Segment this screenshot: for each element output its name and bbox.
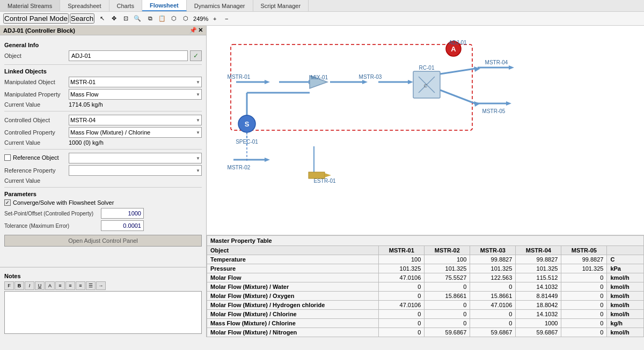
table-row: Molar Flow47.010675.5527122.563115.5120k… (207, 273, 644, 282)
col-mstr05: MSTR-05 (561, 246, 607, 255)
svg-text:ADJ-01: ADJ-01 (449, 40, 467, 46)
row-label: Temperature (207, 255, 379, 264)
cell-value: 15.8661 (470, 292, 516, 301)
ctrl-obj-select[interactable]: MSTR-04 ▼ (69, 115, 202, 125)
ref-obj-select[interactable]: ▼ (69, 153, 202, 163)
cell-value: 0 (425, 310, 470, 319)
tab-flowsheet[interactable]: Flowsheet (142, 0, 187, 11)
pan-icon[interactable]: ✥ (108, 13, 119, 24)
close-icon[interactable]: ✕ (198, 27, 203, 34)
cell-value: 0 (425, 301, 470, 310)
notes-bold-btn[interactable]: B (14, 281, 24, 290)
cell-value: 99.8827 (561, 255, 607, 264)
panel-titlebar: ADJ-01 (Controller Block) 📌 ✕ (0, 26, 206, 35)
svg-marker-6 (408, 80, 413, 84)
notes-list-btn[interactable]: ☰ (86, 281, 96, 290)
cell-value: 0 (379, 282, 425, 292)
notes-align-right-btn[interactable]: ≡ (76, 281, 85, 290)
tab-charts[interactable]: Charts (109, 0, 142, 11)
notes-indent-btn[interactable]: → (96, 281, 106, 290)
flowsheet-canvas[interactable]: C A S MSTR-01 (207, 26, 644, 235)
notes-font-btn[interactable]: F (4, 281, 14, 290)
notes-section: Notes F B I U A ≡ ≡ ≡ ☰ → (0, 267, 206, 337)
notes-italic-btn[interactable]: I (25, 281, 34, 290)
ref-obj-row: Reference Object ▼ (4, 153, 202, 163)
open-adjust-btn[interactable]: Open Adjust Control Panel (4, 235, 202, 247)
object-check-btn[interactable]: ✓ (190, 50, 202, 61)
manip-prop-label: Manipulated Property (4, 91, 69, 98)
left-panel: ADJ-01 (Controller Block) 📌 ✕ General In… (0, 26, 207, 337)
cell-value: 101.325 (379, 264, 425, 273)
manip-obj-select[interactable]: MSTR-01 ▼ (69, 77, 202, 87)
ctrl-obj-value: MSTR-04 (70, 117, 195, 123)
paste-icon[interactable]: 📋 (157, 13, 167, 24)
current-val-manip-label: Current Value (4, 101, 69, 108)
object-input[interactable] (69, 50, 188, 61)
col-unit (607, 246, 644, 255)
parameters-header: Parameters (4, 191, 202, 197)
cell-value: 101.325 (425, 264, 470, 273)
cell-unit: kmol/h (607, 301, 644, 310)
search-btn[interactable]: Search (70, 13, 94, 24)
row-label: Pressure (207, 264, 379, 273)
notes-textarea[interactable] (4, 291, 202, 334)
align-left-icon[interactable]: ⬡ (169, 13, 179, 24)
setpoint-input[interactable] (101, 208, 144, 219)
select-icon[interactable]: ↖ (97, 13, 107, 24)
cell-value: 14.1032 (516, 282, 561, 292)
ctrl-prop-value: Mass Flow (Mixture) / Chlorine (70, 129, 195, 136)
ctrl-prop-row: Controlled Property Mass Flow (Mixture) … (4, 127, 202, 138)
notes-align-center-btn[interactable]: ≡ (65, 281, 75, 290)
notes-align-left-btn[interactable]: ≡ (55, 281, 65, 290)
cell-value: 0 (470, 282, 516, 292)
zoom-fit-icon[interactable]: ⊡ (120, 13, 131, 24)
manip-prop-select[interactable]: Mass Flow ▼ (69, 89, 202, 100)
cell-value: 0 (561, 310, 607, 319)
align-right-icon[interactable]: ⬡ (180, 13, 191, 24)
control-panel-mode-btn[interactable]: Control Panel Mode (3, 13, 69, 24)
cell-value: 59.6867 (470, 328, 516, 337)
zoom-area-icon[interactable]: 🔍 (132, 13, 143, 24)
ctrl-prop-label: Controlled Property (4, 129, 69, 136)
zoom-in-icon[interactable]: + (209, 13, 220, 24)
tab-material-streams[interactable]: Material Streams (0, 0, 60, 11)
right-panel: C A S MSTR-01 (207, 26, 644, 337)
cell-value: 47.0106 (379, 273, 425, 282)
notes-color-btn[interactable]: A (45, 281, 55, 290)
table-row: Molar Flow (Mixture) / Water00014.10320k… (207, 282, 644, 292)
current-val-manip-value: 1714.05 kg/h (69, 101, 202, 108)
tolerance-row: Tolerance (Maximum Error) (4, 220, 202, 231)
cell-value: 59.6867 (425, 328, 470, 337)
cell-value: 15.8661 (425, 292, 470, 301)
cell-unit: kmol/h (607, 328, 644, 337)
current-val-ctrl-row: Current Value 1000 (0) kg/h (4, 139, 202, 146)
cell-value: 0 (379, 310, 425, 319)
copy-icon[interactable]: ⧉ (145, 13, 156, 24)
ref-prop-select[interactable]: ▼ (69, 165, 202, 176)
ctrl-prop-select[interactable]: Mass Flow (Mixture) / Chlorine ▼ (69, 127, 202, 138)
tab-script-manager[interactable]: Script Manager (253, 0, 309, 11)
cell-value: 115.512 (516, 273, 561, 282)
tab-spreadsheet[interactable]: Spreadsheet (60, 0, 109, 11)
cell-value: 0 (561, 319, 607, 328)
notes-underline-btn[interactable]: U (35, 281, 45, 290)
ref-prop-arrow: ▼ (196, 168, 200, 173)
manip-prop-arrow: ▼ (196, 92, 200, 97)
svg-rect-44 (309, 172, 325, 178)
zoom-out-icon[interactable]: − (221, 13, 232, 24)
manip-obj-row: Manipulated Object MSTR-01 ▼ (4, 77, 202, 87)
converge-checkbox[interactable]: ✓ (4, 199, 11, 206)
tolerance-input[interactable] (101, 220, 144, 231)
table-row: Molar Flow (Mixture) / Nitrogen059.68675… (207, 328, 644, 337)
ref-obj-checkbox[interactable] (4, 154, 11, 161)
ref-prop-row: Reference Property ▼ (4, 165, 202, 176)
object-label: Object (4, 53, 69, 59)
current-val-manip-row: Current Value 1714.05 kg/h (4, 101, 202, 108)
svg-marker-30 (506, 101, 511, 106)
pin-icon[interactable]: 📌 (189, 27, 197, 34)
cell-value: 0 (561, 301, 607, 310)
converge-label: Converge/Solve with Flowsheet Solver (13, 199, 114, 206)
svg-text:A: A (451, 45, 456, 53)
tab-dynamics-manager[interactable]: Dynamics Manager (187, 0, 253, 11)
cell-value: 0 (379, 319, 425, 328)
